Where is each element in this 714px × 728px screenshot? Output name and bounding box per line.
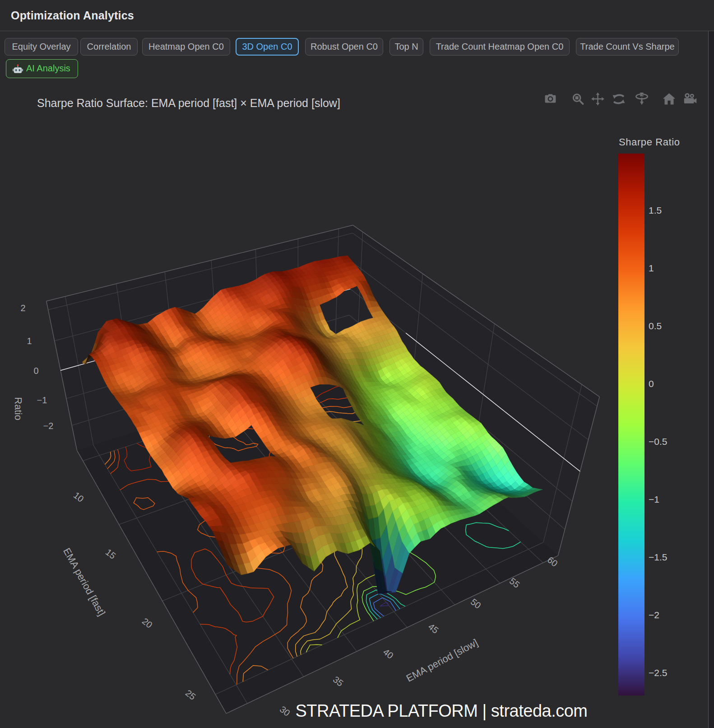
svg-text:10: 10	[72, 490, 86, 504]
svg-text:50: 50	[469, 597, 483, 611]
svg-text:45: 45	[427, 621, 440, 635]
svg-text:2: 2	[20, 303, 25, 313]
svg-text:−1: −1	[37, 395, 47, 405]
svg-text:40: 40	[381, 647, 395, 661]
svg-text:1: 1	[27, 336, 32, 346]
svg-text:15: 15	[104, 547, 118, 561]
svg-text:EMA period [slow]: EMA period [slow]	[404, 637, 480, 684]
svg-text:EMA period [fast]: EMA period [fast]	[61, 546, 107, 618]
svg-text:−2: −2	[43, 421, 54, 431]
svg-text:35: 35	[331, 674, 345, 688]
svg-text:0: 0	[33, 366, 38, 376]
svg-text:20: 20	[140, 616, 154, 630]
svg-text:Ratio: Ratio	[13, 397, 24, 420]
svg-text:25: 25	[184, 688, 198, 702]
